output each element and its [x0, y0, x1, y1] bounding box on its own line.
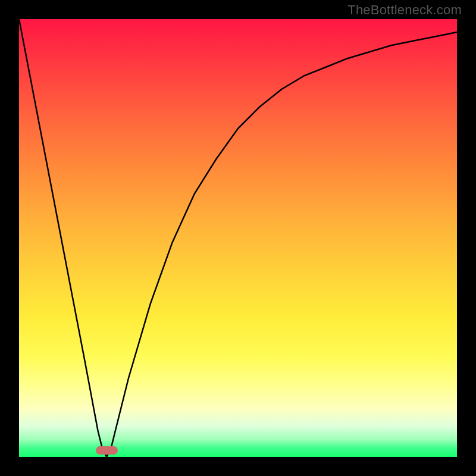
chart-frame: TheBottleneck.com	[0, 0, 476, 476]
plot-area	[19, 19, 457, 457]
curve-svg	[19, 19, 457, 457]
curve-path	[19, 19, 457, 457]
optimum-marker	[96, 446, 118, 455]
watermark-text: TheBottleneck.com	[347, 2, 462, 18]
